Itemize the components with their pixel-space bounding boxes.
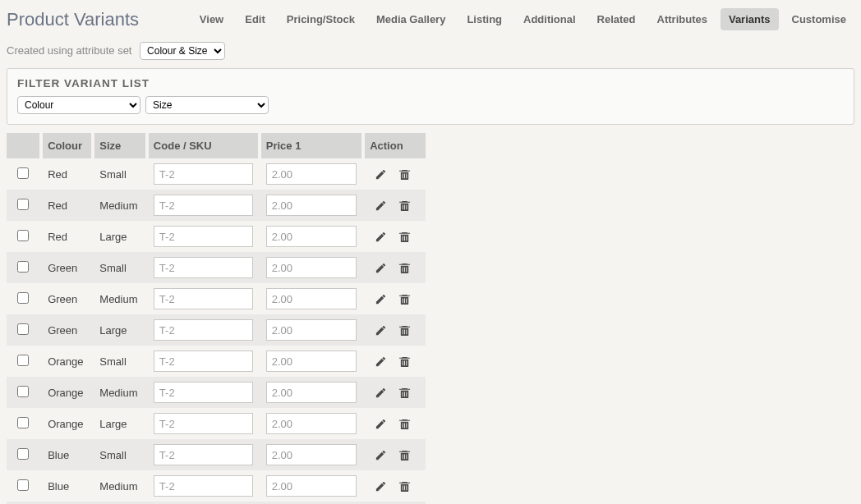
price-input[interactable] — [266, 382, 357, 403]
attribute-set-label: Created using attribute set — [7, 44, 131, 57]
edit-icon[interactable] — [375, 418, 387, 430]
tab-listing[interactable]: Listing — [458, 8, 510, 30]
sku-input[interactable] — [154, 319, 253, 341]
sku-input[interactable] — [154, 226, 253, 247]
price-input[interactable] — [266, 195, 357, 216]
price-input[interactable] — [266, 319, 357, 341]
edit-icon[interactable] — [375, 293, 387, 305]
tab-related[interactable]: Related — [589, 8, 644, 30]
table-row: GreenMedium — [7, 283, 426, 314]
sku-input[interactable] — [154, 288, 253, 309]
table-row: BlueMedium — [7, 470, 426, 502]
table-row: RedLarge — [7, 221, 426, 252]
delete-icon[interactable] — [398, 449, 411, 461]
cell-size: Small — [93, 252, 147, 283]
delete-icon[interactable] — [398, 262, 411, 274]
delete-icon[interactable] — [398, 387, 411, 399]
price-input[interactable] — [266, 163, 357, 185]
filter-box: FILTER VARIANT LIST Colour Size — [7, 68, 854, 125]
tab-attributes[interactable]: Attributes — [649, 8, 716, 30]
delete-icon[interactable] — [398, 293, 411, 305]
edit-icon[interactable] — [375, 480, 387, 493]
delete-icon[interactable] — [398, 480, 411, 493]
th-action: Action — [363, 133, 426, 158]
tab-customise[interactable]: Customise — [784, 8, 854, 30]
table-row: OrangeLarge — [7, 408, 426, 439]
filter-colour-select[interactable]: Colour — [17, 96, 140, 114]
delete-icon[interactable] — [398, 418, 411, 430]
th-price: Price 1 — [260, 133, 363, 158]
attribute-set-select[interactable]: Colour & Size — [140, 42, 225, 60]
edit-icon[interactable] — [375, 355, 387, 368]
edit-icon[interactable] — [375, 199, 387, 212]
cell-colour: Red — [41, 158, 93, 190]
sku-input[interactable] — [154, 413, 253, 434]
table-row: OrangeMedium — [7, 377, 426, 408]
cell-colour: Green — [41, 314, 93, 346]
price-input[interactable] — [266, 288, 357, 309]
delete-icon[interactable] — [398, 168, 411, 181]
sku-input[interactable] — [154, 475, 253, 497]
sku-input[interactable] — [154, 163, 253, 185]
price-input[interactable] — [266, 413, 357, 434]
row-checkbox[interactable] — [17, 230, 29, 241]
page-title: Product Variants — [7, 9, 139, 30]
price-input[interactable] — [266, 257, 357, 278]
attribute-set-row: Created using attribute set Colour & Siz… — [7, 42, 854, 60]
sku-input[interactable] — [154, 382, 253, 403]
edit-icon[interactable] — [375, 324, 387, 337]
table-row: RedSmall — [7, 158, 426, 190]
tab-additional[interactable]: Additional — [515, 8, 584, 30]
sku-input[interactable] — [154, 195, 253, 216]
cell-colour: Red — [41, 221, 93, 252]
price-input[interactable] — [266, 444, 357, 465]
row-checkbox[interactable] — [17, 167, 29, 179]
cell-size: Small — [93, 346, 147, 377]
price-input[interactable] — [266, 226, 357, 247]
sku-input[interactable] — [154, 444, 253, 465]
cell-colour: Orange — [41, 408, 93, 439]
delete-icon[interactable] — [398, 231, 411, 243]
cell-colour: Blue — [41, 439, 93, 470]
row-checkbox[interactable] — [17, 292, 29, 304]
cell-colour: Green — [41, 252, 93, 283]
tab-edit[interactable]: Edit — [237, 8, 274, 30]
filter-title: FILTER VARIANT LIST — [17, 77, 844, 89]
row-checkbox[interactable] — [17, 479, 29, 491]
th-size: Size — [93, 133, 147, 158]
row-checkbox[interactable] — [17, 199, 29, 210]
sku-input[interactable] — [154, 257, 253, 278]
row-checkbox[interactable] — [17, 417, 29, 428]
tab-media-gallery[interactable]: Media Gallery — [368, 8, 454, 30]
delete-icon[interactable] — [398, 355, 411, 368]
cell-colour: Blue — [41, 470, 93, 502]
table-row: BlueSmall — [7, 439, 426, 470]
cell-colour: Orange — [41, 377, 93, 408]
table-row: OrangeSmall — [7, 346, 426, 377]
row-checkbox[interactable] — [17, 261, 29, 273]
edit-icon[interactable] — [375, 168, 387, 181]
tab-pricing-stock[interactable]: Pricing/Stock — [279, 8, 363, 30]
delete-icon[interactable] — [398, 199, 411, 212]
cell-size: Medium — [93, 283, 147, 314]
edit-icon[interactable] — [375, 262, 387, 274]
price-input[interactable] — [266, 475, 357, 497]
th-colour: Colour — [41, 133, 93, 158]
price-input[interactable] — [266, 351, 357, 372]
edit-icon[interactable] — [375, 231, 387, 243]
th-check — [7, 133, 41, 158]
filter-size-select[interactable]: Size — [145, 96, 269, 114]
row-checkbox[interactable] — [17, 448, 29, 460]
edit-icon[interactable] — [375, 449, 387, 461]
sku-input[interactable] — [154, 351, 253, 372]
edit-icon[interactable] — [375, 387, 387, 399]
table-row: RedMedium — [7, 190, 426, 221]
row-checkbox[interactable] — [17, 355, 29, 366]
row-checkbox[interactable] — [17, 323, 29, 335]
cell-size: Medium — [93, 470, 147, 502]
tab-variants[interactable]: Variants — [721, 8, 779, 30]
delete-icon[interactable] — [398, 324, 411, 337]
cell-colour: Green — [41, 283, 93, 314]
row-checkbox[interactable] — [17, 386, 29, 397]
tab-view[interactable]: View — [191, 8, 232, 30]
